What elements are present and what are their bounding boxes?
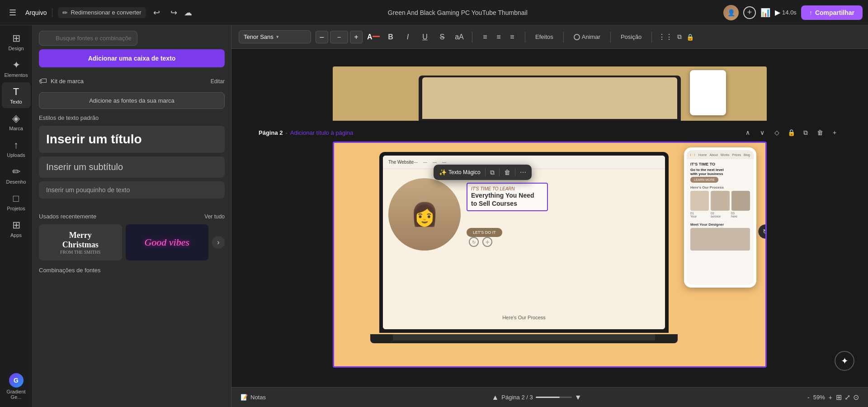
underline-button[interactable]: U [419,31,431,43]
layer-icon[interactable]: ⧉ [677,33,682,41]
sidebar-item-desenho[interactable]: ✏ Desenho [2,162,31,188]
context-more-icon[interactable]: ⋯ [520,169,526,176]
document-title: Green And Black Gaming PC YouTube Thumbn… [388,9,528,16]
recente-item-2[interactable]: Good vibes [126,224,209,260]
animar-label: Animar [582,33,600,40]
page-next-button[interactable]: ▼ [575,393,582,402]
page2-add-button[interactable]: + [828,126,841,139]
animar-button[interactable]: Animar [570,32,604,42]
size-plus-button[interactable]: + [350,31,363,43]
website-label: The Website [388,160,414,165]
context-menu: ✨ Texto Mágico ⧉ 🗑 ⋯ [434,165,532,180]
posicao-button[interactable]: Posição [617,32,645,42]
efeitos-button[interactable]: Efeitos [532,32,557,42]
page2-canvas[interactable]: The Website ———— [333,142,767,368]
page2-collapse-button[interactable]: ∧ [741,126,754,139]
align-left-button[interactable]: ≡ [479,31,491,43]
inserir-subtitulo-item[interactable]: Inserir um subtítulo [39,156,225,178]
spacing-icon[interactable]: ⋮⋮ [658,33,673,41]
phone-cta-button[interactable]: LEARN MORE [690,177,718,183]
text-color-picker[interactable]: A [367,31,380,43]
magic-text-button[interactable]: ✨ Texto Mágico [439,169,481,176]
page2-lock-button[interactable]: 🔒 [785,126,797,139]
sidebar-item-projetos[interactable]: □ Projetos [2,189,31,215]
magic-button[interactable]: ✦ [835,351,854,371]
page2-hide-button[interactable]: ◇ [770,126,783,139]
accessibility-button[interactable]: ⊙ [853,393,859,402]
adicionar-fontes-button[interactable]: Adicione as fontes da sua marca [39,92,225,109]
sidebar-item-uploads[interactable]: ↑ Uploads [2,136,31,161]
context-delete-icon[interactable]: 🗑 [504,169,510,176]
design-icon: ⊞ [12,33,20,44]
screen-rotate-button[interactable]: ↻ [469,237,479,247]
textsize-toggle-button[interactable]: aA [453,31,466,43]
align-right-button[interactable]: ≡ [506,31,519,43]
recente-item-1[interactable]: Merry Christmas FROM THE SMITHS [39,224,122,260]
elementos-icon: ✦ [12,59,20,71]
strikethrough-button[interactable]: S [436,31,448,43]
screen-text-selected[interactable]: IT'S TIME TO LEARN Everything You Need t… [467,183,548,211]
topbar-center: Green And Black Gaming PC YouTube Thumbn… [196,9,720,16]
font-selector[interactable]: Tenor Sans ▾ [239,30,311,43]
compartilhar-button[interactable]: ↑ Compartilhar [801,5,863,20]
screen-cta-button[interactable]: LET'S DO IT [467,228,502,237]
page2-copy-button[interactable]: ⧉ [799,126,812,139]
redimensionar-button[interactable]: ✏ Redimensionar e converter [58,7,146,18]
sidebar-label-marca: Marca [9,126,23,131]
page1-laptop-top [419,76,681,121]
canvas-area: Tenor Sans ▾ – – + A B I U S aA ≡ ≡ ≡ [231,25,868,407]
page1-strip[interactable] [333,66,767,121]
inserir-titulo-item[interactable]: Inserir um título [39,126,225,153]
add-textbox-button[interactable]: Adicionar uma caixa de texto [39,49,225,67]
editar-link[interactable]: Editar [211,78,225,85]
size-minus-button[interactable]: – [316,31,328,43]
texto-icon: T [13,86,19,98]
phone-img-2 [711,191,729,211]
avatar[interactable]: 👤 [723,5,739,20]
phone-dot-3 [694,154,695,156]
context-copy-icon[interactable]: ⧉ [490,169,495,176]
analytics-icon[interactable]: 📊 [760,8,770,18]
page-progress-bar [536,397,572,398]
inserir-corpo-item[interactable]: Inserir um pouquinho de texto [39,181,225,199]
context-menu-divider-1 [485,168,486,176]
grid-view-button[interactable]: ⊞ [836,393,842,402]
page2-expand-button[interactable]: ∨ [756,126,769,139]
lock-icon[interactable]: 🔒 [686,33,694,41]
zoom-out-button[interactable]: - [807,394,810,401]
page2-add-title[interactable]: Adicionar título à página [290,129,353,136]
recentes-title: Usados recentemente [39,213,96,220]
play-button[interactable]: ▶ 14.0s [775,8,797,17]
ver-tudo-link[interactable]: Ver tudo [204,213,225,220]
redo-button[interactable]: ↪ [167,5,181,20]
sidebar-item-elementos[interactable]: ✦ Elementos [2,56,31,81]
canvas-refresh-button[interactable]: ↻ [758,224,767,239]
laptop-screen-inner: The Website ———— [383,156,665,329]
sidebar-item-texto[interactable]: T Texto [2,82,31,108]
recentes-more-button[interactable]: › [212,236,225,249]
expand-view-button[interactable]: ⤢ [844,393,850,402]
zoom-in-button[interactable]: + [829,394,832,401]
recente-xmas-line1: Merry [60,231,100,240]
kit-marca-left: 🏷 Kit de marca [39,76,84,86]
kit-icon: 🏷 [39,76,47,86]
notas-button[interactable]: 📝 Notas [241,394,266,401]
menu-button[interactable]: ☰ [5,5,20,20]
search-input[interactable] [39,31,137,46]
undo-button[interactable]: ↩ [150,5,164,20]
sidebar-item-marca[interactable]: ◈ Marca [2,109,31,135]
sidebar-item-gradient[interactable]: G Gradient Ge... [2,369,31,403]
align-center-button[interactable]: ≡ [492,31,505,43]
page-prev-button[interactable]: ▲ [492,393,499,402]
add-collaborator-button[interactable]: + [743,6,756,19]
bold-button[interactable]: B [384,31,397,43]
recentes-section: Usados recentemente Ver tudo Merry Chris… [33,208,231,260]
notas-icon: 📝 [241,394,248,401]
sidebar-item-apps[interactable]: ⊞ Apps [2,216,31,241]
canvas-scroll[interactable]: Página 1 Página 2 - Adicionar título à p… [231,49,868,387]
italic-button[interactable]: I [401,31,414,43]
arquivo-menu[interactable]: Arquivo [25,9,47,16]
sidebar-item-design[interactable]: ⊞ Design [2,29,31,55]
page2-delete-button[interactable]: 🗑 [814,126,826,139]
screen-move-button[interactable]: ✛ [482,237,492,247]
